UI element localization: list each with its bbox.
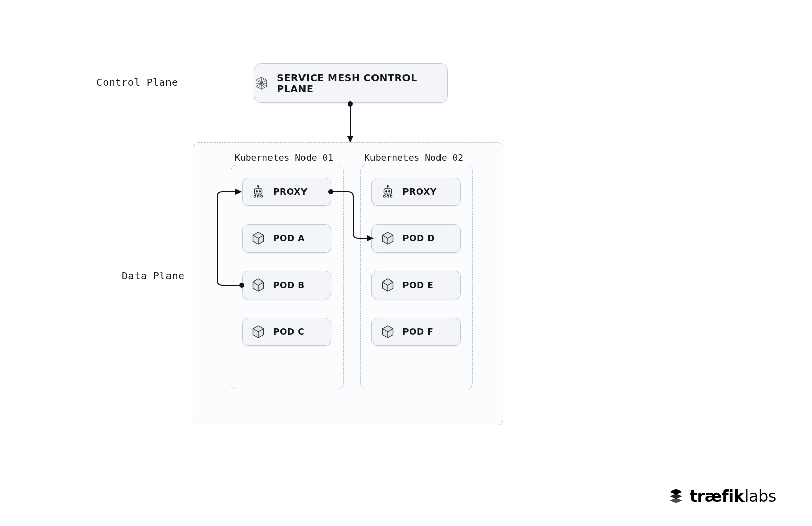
control-plane-title: SERVICE MESH CONTROL PLANE xyxy=(277,72,447,94)
pill-label: POD A xyxy=(273,233,305,243)
node-2-title: Kubernetes Node 02 xyxy=(364,152,463,163)
brand-logo: træfiklabs xyxy=(667,486,776,506)
pod-cube-icon xyxy=(380,277,395,293)
diagram-canvas: Control Plane Data Plane SERVICE MESH CO… xyxy=(0,0,812,526)
svg-rect-27 xyxy=(384,189,392,194)
node2-proxy: PROXY xyxy=(371,178,461,206)
svg-point-11 xyxy=(256,191,258,192)
control-plane-label: Control Plane xyxy=(96,76,178,88)
svg-point-28 xyxy=(386,191,387,192)
pill-label: PROXY xyxy=(273,187,308,197)
node1-proxy: PROXY xyxy=(242,178,331,206)
pod-cube-icon xyxy=(251,277,266,293)
globe-mesh-icon xyxy=(254,76,268,91)
brand-name: træfiklabs xyxy=(690,486,776,506)
node1-pod-b: POD B xyxy=(242,271,331,299)
pill-label: POD E xyxy=(402,280,434,290)
node2-pod-d: POD D xyxy=(371,224,461,253)
pill-label: POD D xyxy=(402,233,435,243)
proxy-robot-icon xyxy=(251,184,266,199)
pill-label: POD B xyxy=(273,280,305,290)
pill-label: POD C xyxy=(273,327,304,337)
svg-point-12 xyxy=(259,191,261,192)
node1-pod-c: POD C xyxy=(242,318,331,346)
node-1-title: Kubernetes Node 01 xyxy=(234,152,333,163)
svg-rect-10 xyxy=(255,189,262,194)
node2-pod-e: POD E xyxy=(371,271,461,299)
pill-label: PROXY xyxy=(402,187,437,197)
pill-label: POD F xyxy=(402,327,434,337)
node1-pod-a: POD A xyxy=(242,224,331,253)
svg-point-14 xyxy=(258,185,259,187)
data-plane-label: Data Plane xyxy=(122,270,184,282)
pod-cube-icon xyxy=(251,231,266,246)
traefik-logo-icon xyxy=(667,487,685,505)
control-plane-box: SERVICE MESH CONTROL PLANE xyxy=(254,63,448,103)
svg-point-29 xyxy=(389,191,390,192)
proxy-robot-icon xyxy=(380,184,395,199)
pod-cube-icon xyxy=(380,324,395,339)
pod-cube-icon xyxy=(251,324,266,339)
svg-point-31 xyxy=(387,185,389,187)
pod-cube-icon xyxy=(380,231,395,246)
connector-control-to-data xyxy=(347,102,353,144)
node2-pod-f: POD F xyxy=(371,318,461,346)
